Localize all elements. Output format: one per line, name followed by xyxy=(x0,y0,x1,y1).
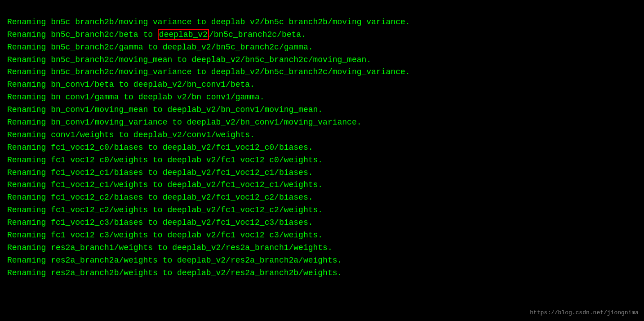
terminal-line: Renaming bn_conv1/gamma to deeplab_v2/bn… xyxy=(7,91,637,104)
terminal-line: Renaming bn5c_branch2c/moving_mean to de… xyxy=(7,54,637,67)
terminal-line: Renaming res2a_branch1/weights to deepla… xyxy=(7,242,637,254)
terminal-line: Renaming res2a_branch2a/weights to deepl… xyxy=(7,254,637,267)
terminal-output: Renaming bn5c_branch2b/moving_variance t… xyxy=(7,4,637,280)
terminal-line: Renaming conv1/weights to deeplab_v2/con… xyxy=(7,129,637,142)
terminal-line: Renaming bn_conv1/moving_variance to dee… xyxy=(7,116,637,129)
watermark: https://blog.csdn.net/jiongnima xyxy=(530,308,639,317)
terminal-line: Renaming fc1_voc12_c3/weights to deeplab… xyxy=(7,229,637,242)
terminal-line: Renaming fc1_voc12_c0/weights to deeplab… xyxy=(7,154,637,167)
terminal-line: Renaming bn_conv1/moving_mean to deeplab… xyxy=(7,104,637,116)
terminal-line: Renaming fc1_voc12_c2/weights to deeplab… xyxy=(7,204,637,217)
terminal-line: Renaming res2a_branch2b/weights to deepl… xyxy=(7,267,637,280)
terminal-line: Renaming fc1_voc12_c2/biases to deeplab_… xyxy=(7,192,637,204)
terminal-line: Renaming bn5c_branch2c/beta to deeplab_v… xyxy=(7,29,637,41)
terminal-line: Renaming bn_conv1/beta to deeplab_v2/bn_… xyxy=(7,79,637,91)
terminal-line: Renaming fc1_voc12_c0/biases to deeplab_… xyxy=(7,142,637,154)
highlighted-text: deeplab_v2 xyxy=(158,29,209,40)
terminal-line: Renaming fc1_voc12_c1/biases to deeplab_… xyxy=(7,167,637,179)
terminal-line: Renaming bn5c_branch2c/gamma to deeplab_… xyxy=(7,41,637,54)
terminal-line: Renaming bn5c_branch2c/moving_variance t… xyxy=(7,66,637,79)
terminal-line: Renaming fc1_voc12_c3/biases to deeplab_… xyxy=(7,217,637,229)
terminal-line: Renaming bn5c_branch2b/moving_variance t… xyxy=(7,16,637,29)
terminal-line: Renaming fc1_voc12_c1/weights to deeplab… xyxy=(7,179,637,192)
